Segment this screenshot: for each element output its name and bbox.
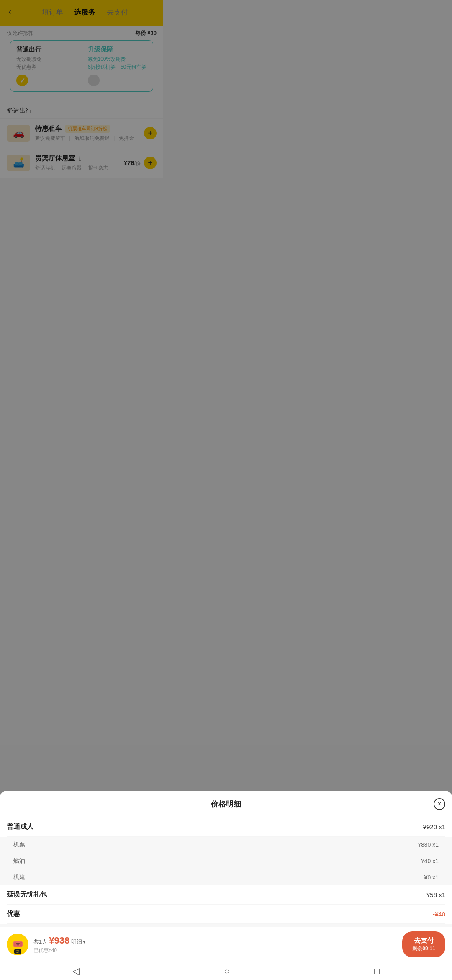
modal-overlay: 价格明细 × 普通成人 ¥920 x1 机票 ¥880 x1 燃油 ¥40 x1…: [0, 0, 163, 353]
